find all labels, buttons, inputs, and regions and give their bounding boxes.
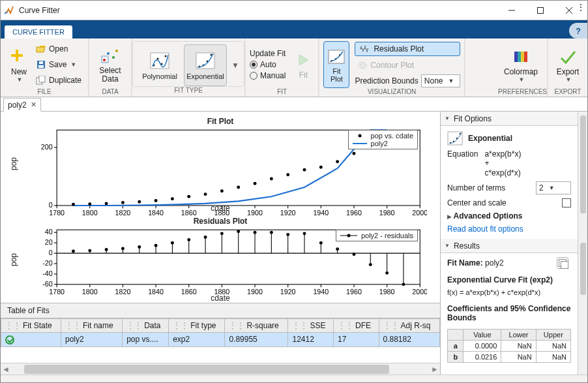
- svg-point-12: [107, 52, 110, 55]
- svg-point-135: [88, 249, 91, 253]
- table-header[interactable]: ⋮⋮Fit name: [61, 319, 123, 333]
- table-header[interactable]: ⋮⋮Data: [123, 319, 169, 333]
- fit-button[interactable]: Fit: [292, 41, 314, 88]
- svg-point-74: [121, 201, 125, 204]
- svg-point-87: [336, 160, 339, 163]
- svg-text:1780: 1780: [49, 209, 65, 217]
- svg-text:2000: 2000: [412, 288, 427, 296]
- svg-point-159: [286, 233, 289, 236]
- results-scrollbar[interactable]: [578, 239, 587, 375]
- new-button[interactable]: New ▼: [5, 41, 33, 88]
- center-scale-label: Center and scale: [447, 198, 507, 207]
- horizontal-scrollbar[interactable]: ◄ ►: [1, 363, 440, 375]
- svg-point-81: [237, 185, 240, 189]
- svg-point-85: [303, 168, 306, 172]
- doc-tab-poly2[interactable]: poly2 ✕: [3, 98, 41, 112]
- table-of-fits[interactable]: ⋮⋮Fit State⋮⋮Fit name⋮⋮Data⋮⋮Fit type⋮⋮R…: [1, 318, 440, 347]
- svg-point-167: [353, 253, 356, 256]
- svg-marker-26: [299, 55, 308, 65]
- toolstrip-tabs: CURVE FITTER ?: [1, 20, 587, 38]
- table-header[interactable]: ⋮⋮SSE: [288, 319, 334, 333]
- num-terms-dropdown[interactable]: 2▼: [536, 181, 571, 194]
- svg-text:1800: 1800: [82, 288, 98, 296]
- save-icon: [36, 59, 46, 70]
- fit-plot-axes[interactable]: Fit Plot pop cdate 178018001820184018601…: [7, 117, 434, 211]
- copy-results-button[interactable]: [557, 257, 568, 269]
- prediction-bounds-label: Prediction Bounds: [355, 76, 418, 85]
- duplicate-button[interactable]: Duplicate: [33, 73, 84, 87]
- results-header[interactable]: ▼ Results ⋮: [441, 239, 578, 253]
- fit-type-gallery-dropdown[interactable]: ▼: [229, 44, 241, 86]
- svg-point-72: [88, 202, 91, 206]
- table-row[interactable]: poly2 pop vs.... exp2 0.89955 12412 17 0…: [1, 333, 440, 347]
- table-of-fits-panel: Table of Fits ⋮⋮Fit State⋮⋮Fit name⋮⋮Dat…: [1, 303, 440, 375]
- center-scale-checkbox[interactable]: [562, 198, 571, 207]
- results-model-equation: f(x) = a*exp(b*x) + c*exp(d*x): [447, 288, 571, 296]
- svg-point-11: [103, 59, 106, 61]
- svg-point-36: [359, 62, 366, 69]
- svg-text:-40: -40: [42, 269, 53, 277]
- folder-open-icon: [36, 44, 46, 54]
- fit-plot-toggle[interactable]: Fit Plot: [323, 41, 349, 88]
- fit-name-label: Fit Name:: [447, 258, 483, 268]
- fit-state-ok-icon: [5, 335, 14, 345]
- svg-rect-1: [538, 7, 544, 13]
- fit-options-header[interactable]: ▼ Fit Options ⋮: [441, 112, 578, 126]
- maximize-button[interactable]: [526, 1, 555, 20]
- svg-point-165: [336, 247, 339, 251]
- svg-text:1860: 1860: [181, 209, 197, 217]
- fit-plot-title: Fit Plot: [7, 117, 434, 126]
- svg-text:200: 200: [41, 143, 53, 151]
- svg-text:1840: 1840: [148, 288, 164, 296]
- svg-text:1940: 1940: [313, 288, 329, 296]
- contour-plot-toggle[interactable]: Contour Plot: [355, 58, 460, 72]
- table-header[interactable]: ⋮⋮DFE: [333, 319, 379, 333]
- svg-point-173: [402, 283, 405, 286]
- residuals-legend[interactable]: poly2 - residuals: [336, 230, 418, 241]
- svg-point-175: [347, 234, 350, 237]
- svg-point-77: [171, 197, 174, 200]
- export-button[interactable]: Export ▼: [552, 41, 583, 88]
- advanced-options-expander[interactable]: ▶ Advanced Options: [447, 211, 571, 221]
- fit-type-polynomial[interactable]: Polynomial: [138, 44, 181, 86]
- svg-rect-16: [151, 53, 169, 69]
- svg-point-80: [220, 189, 224, 192]
- residuals-icon: [359, 44, 370, 54]
- table-header[interactable]: ⋮⋮Fit type: [169, 319, 225, 333]
- fit-type-exponential[interactable]: Exponential: [184, 44, 227, 86]
- fit-model-name: Exponential: [468, 134, 512, 143]
- tab-curve-fitter[interactable]: CURVE FITTER: [5, 25, 72, 38]
- exponential-icon: [195, 50, 216, 71]
- auto-fit-radio[interactable]: Auto: [250, 60, 286, 69]
- select-data-icon: [100, 46, 121, 67]
- save-button[interactable]: Save ▼: [33, 57, 84, 72]
- residuals-plot-axes[interactable]: Residuals Plot pop cdate 178018001820184…: [7, 217, 434, 301]
- table-header[interactable]: ⋮⋮Adj R-sq: [379, 319, 440, 333]
- prediction-bounds-dropdown[interactable]: None▼: [421, 74, 460, 87]
- minimize-button[interactable]: [497, 1, 526, 20]
- update-fit-label: Update Fit: [250, 49, 286, 58]
- open-button[interactable]: Open: [33, 42, 84, 56]
- fit-plot-legend[interactable]: pop vs. cdate poly2: [348, 130, 418, 149]
- svg-text:1940: 1940: [313, 209, 329, 217]
- svg-text:1820: 1820: [115, 209, 131, 217]
- svg-text:1880: 1880: [214, 209, 229, 217]
- help-button[interactable]: ?: [569, 23, 587, 38]
- colormap-button[interactable]: Colormap ▼: [502, 41, 540, 88]
- close-icon[interactable]: ✕: [31, 100, 37, 109]
- table-header[interactable]: ⋮⋮Fit State: [1, 319, 61, 333]
- document-tabs: poly2 ✕: [1, 97, 587, 112]
- svg-text:1900: 1900: [247, 288, 263, 296]
- fit-plot-icon: [326, 46, 347, 67]
- svg-point-143: [154, 244, 158, 247]
- fit-options-scrollbar[interactable]: [578, 112, 587, 239]
- svg-rect-5: [11, 54, 23, 57]
- svg-point-30: [339, 54, 340, 55]
- residuals-plot-toggle[interactable]: Residuals Plot: [355, 42, 460, 56]
- select-data-button[interactable]: Select Data: [93, 41, 127, 88]
- run-fit-icon: [293, 50, 314, 70]
- manual-fit-radio[interactable]: Manual: [250, 71, 286, 80]
- read-about-fit-options-link[interactable]: Read about fit options: [447, 224, 571, 234]
- table-header[interactable]: ⋮⋮R-square: [225, 319, 288, 333]
- svg-rect-10: [39, 76, 45, 82]
